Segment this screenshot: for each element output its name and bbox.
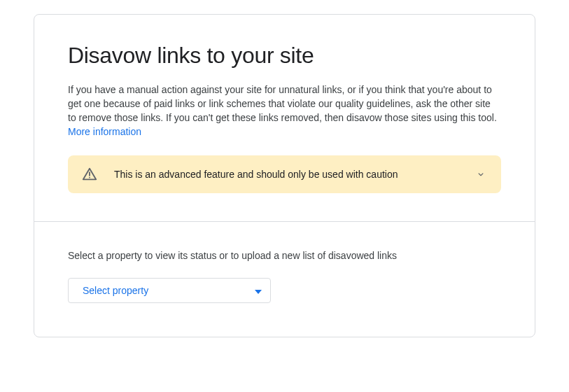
chevron-down-icon	[475, 168, 487, 181]
warning-icon	[82, 167, 97, 182]
more-information-link[interactable]: More information	[68, 126, 141, 137]
card-header-section: Disavow links to your site If you have a…	[34, 15, 535, 193]
dropdown-label: Select property	[83, 285, 148, 296]
instruction-text: Select a property to view its status or …	[68, 250, 501, 261]
warning-banner[interactable]: This is an advanced feature and should o…	[68, 155, 501, 193]
dropdown-arrow-icon	[255, 284, 262, 297]
description-text: If you have a manual action against your…	[68, 83, 501, 139]
disavow-card: Disavow links to your site If you have a…	[34, 14, 535, 337]
svg-point-1	[89, 177, 90, 178]
warning-message: This is an advanced feature and should o…	[114, 169, 458, 180]
select-property-dropdown[interactable]: Select property	[68, 278, 271, 303]
property-section: Select a property to view its status or …	[34, 221, 535, 337]
description-body: If you have a manual action against your…	[68, 84, 497, 123]
page-title: Disavow links to your site	[68, 43, 501, 69]
